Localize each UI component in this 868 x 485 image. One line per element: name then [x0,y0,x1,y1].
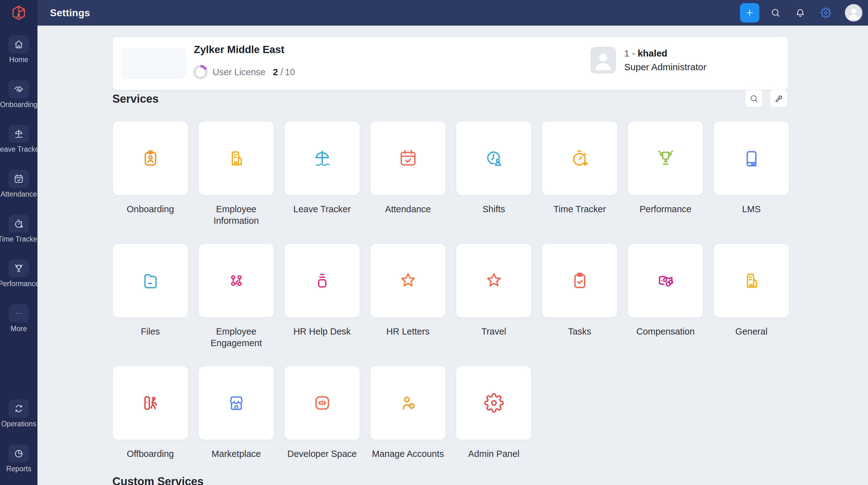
sidebar-item-label: Onboarding [0,100,37,109]
search-icon [749,94,759,103]
service-label: Shifts [452,203,535,215]
user-avatar[interactable] [845,4,862,22]
zoho-people-logo-icon [10,4,27,21]
license-label: User License [213,67,266,77]
service-card-files[interactable]: Files [113,244,188,366]
service-card-marketplace[interactable]: Marketplace [198,366,274,485]
services-grid: Onboarding Employee Information Leave Tr… [113,121,806,485]
wrench-gear-icon [774,94,784,103]
service-card-compensation[interactable]: Compensation [628,244,704,366]
sync-icon [13,403,24,414]
sidebar-item-more[interactable]: More [0,304,37,333]
service-card-travel[interactable]: Travel [456,244,532,366]
money-coins-icon [656,270,676,291]
service-card-tasks[interactable]: Tasks [542,244,618,366]
sidebar-nav: Home Onboarding Leave Tracker Attendance [0,26,37,485]
sidebar-item-reports[interactable]: Reports [0,445,37,473]
settings-gear-icon[interactable] [820,7,831,18]
sidebar-item-label: Performance [0,280,37,288]
person-gear-icon [398,393,418,413]
gear-icon [484,393,504,413]
service-card-performance[interactable]: Performance [628,121,704,244]
service-label: HR Letters [366,326,450,337]
calendar-check-icon [13,173,24,184]
license-separator: / [280,67,283,77]
service-label: General [710,326,793,337]
app-logo[interactable] [0,0,37,26]
service-card-attendance[interactable]: Attendance [370,121,446,244]
service-label: Employee Information [194,203,278,227]
service-card-admin-panel[interactable]: Admin Panel [456,366,532,485]
service-card-onboarding[interactable]: Onboarding [113,121,188,244]
sidebar-item-label: Time Tracker [0,235,37,244]
exit-door-person-icon [141,393,160,413]
notifications-bell-icon[interactable] [795,7,806,18]
id-badge-icon [141,148,160,168]
service-card-lms[interactable]: LMS [713,121,789,244]
service-card-leave-tracker[interactable]: Leave Tracker [284,121,360,244]
service-label: Employee Engagement [194,326,278,349]
service-card-employee-information[interactable]: Employee Information [198,121,274,244]
service-card-manage-accounts[interactable]: Manage Accounts [370,366,446,485]
service-card-general[interactable]: General [713,244,789,366]
service-card-offboarding[interactable]: Offboarding [113,366,188,485]
service-card-hr-letters[interactable]: HR Letters [370,244,446,366]
building-icon [742,270,762,291]
services-section-title: Services [113,92,159,105]
search-icon[interactable] [770,7,781,18]
license-total-count: 10 [285,67,295,77]
service-card-developer-space[interactable]: Developer Space [284,366,360,485]
service-label: Tasks [538,326,621,337]
plus-icon [745,8,755,18]
star-icon [484,270,504,291]
sidebar-item-label: More [11,325,27,333]
service-card-shifts[interactable]: Shifts [456,121,532,244]
stopwatch-icon [13,219,24,229]
book-icon [742,148,762,168]
sidebar-item-performance[interactable]: Performance [0,259,37,288]
building-icon [226,148,246,168]
sidebar-item-label: Operations [1,420,36,428]
services-customize-button[interactable] [770,90,788,107]
sidebar-item-onboarding[interactable]: Onboarding [0,80,37,109]
sidebar-item-attendance[interactable]: Attendance [0,170,37,198]
service-card-employee-engagement[interactable]: Employee Engagement [198,244,274,366]
engagement-dots-icon [226,270,246,291]
services-search-button[interactable] [745,90,763,107]
add-button[interactable] [740,3,760,23]
sidebar-item-home[interactable]: Home [0,35,37,64]
sidebar-item-time-tracker[interactable]: Time Tracker [0,215,37,244]
service-label: Offboarding [108,448,192,460]
top-bar: Settings [0,0,868,26]
home-icon [13,39,24,50]
service-label: Onboarding [108,203,192,215]
sidebar-item-label: Leave Tracker [0,145,37,154]
sidebar-item-leave-tracker[interactable]: Leave Tracker [0,125,37,154]
service-label: Travel [452,326,535,337]
beach-umbrella-icon [312,148,332,168]
admin-user-name: 1 - khaled [624,48,706,59]
service-label: LMS [710,203,793,215]
admin-user-role: Super Administrator [624,62,706,72]
clipboard-check-icon [570,270,590,291]
trophy-icon [656,148,676,168]
handshake-icon [13,84,24,95]
service-label: HR Help Desk [280,326,364,337]
admin-user-summary: 1 - khaled Super Administrator [590,47,706,74]
storefront-icon [226,393,246,413]
settings-page: Settings Home [0,0,868,485]
custom-services-section-title: Custom Services [113,475,204,485]
service-label: Leave Tracker [280,203,364,215]
service-label: Performance [624,203,707,215]
calendar-check-icon [398,148,418,168]
service-card-hr-help-desk[interactable]: HR Help Desk [284,244,360,366]
trophy-icon [13,263,24,274]
organization-card: Zylker Middle East User License 2 / 10 1… [113,36,788,90]
sidebar-item-operations[interactable]: Operations [0,399,37,428]
service-card-time-tracker[interactable]: Time Tracker [542,121,618,244]
umbrella-icon [13,129,24,139]
service-label: Developer Space [280,448,364,460]
page-title: Settings [50,0,90,26]
service-label: Attendance [366,203,450,215]
license-used-count: 2 [273,67,278,77]
